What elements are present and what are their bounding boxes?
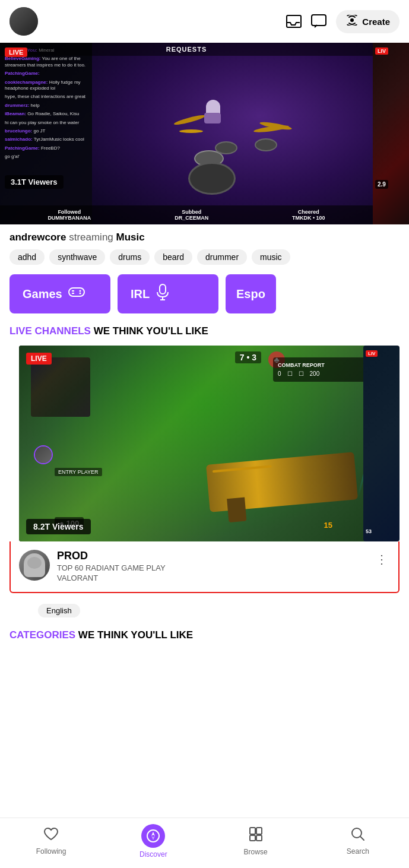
valorant-gun: [208, 458, 356, 506]
header-left: [9, 7, 38, 36]
create-label: Create: [362, 17, 390, 27]
section-title-highlight: LIVE CHANNELS: [9, 325, 91, 337]
stream-footer-bar: Followed DUMMYBANANA Subbed DR_CEEMAN Ch…: [0, 205, 373, 224]
valorant-score: 7 • 3: [235, 351, 261, 363]
section-title: LIVE CHANNELS WE THINK YOU'LL LIKE: [9, 325, 400, 337]
following-label: Following: [36, 847, 66, 856]
stream-title-text: REQUESTS: [166, 46, 207, 53]
esports-button[interactable]: Espo: [226, 274, 276, 313]
streaming-text: streaming: [66, 232, 116, 243]
categories-title-normal: WE THINK YOU'LL LIKE: [75, 629, 193, 641]
chat-line: brucelungo: go JT: [5, 128, 87, 134]
svg-point-7: [79, 290, 81, 292]
tag-drums[interactable]: drums: [110, 249, 150, 265]
followed-item: Followed DUMMYBANANA: [47, 209, 91, 221]
chat-line: drummerz: help: [5, 103, 87, 109]
svg-marker-14: [151, 836, 155, 840]
side-live-viewers: 53: [366, 528, 372, 534]
categories-title-highlight: CATEGORIES: [9, 629, 75, 641]
stream-category: Music: [116, 232, 145, 243]
inbox-button[interactable]: [286, 15, 302, 28]
channel-card-info: PROD TOP 60 RADIANT GAME PLAY VALORANT ⋮: [9, 541, 400, 593]
svg-rect-16: [256, 828, 262, 834]
live-channels-scroll: 7 • 3 ♣ COMBAT REPORT 0 ☐ ☐ 200: [0, 346, 409, 617]
side-viewers-badge: 2.9: [375, 180, 388, 189]
svg-point-2: [350, 18, 354, 22]
browse-icon: [249, 826, 263, 845]
browse-label: Browse: [244, 848, 268, 856]
live-channels-section-header: LIVE CHANNELS WE THINK YOU'LL LIKE: [0, 325, 409, 346]
chat-line: hype, these chat interactions are great: [5, 94, 87, 100]
chat-button[interactable]: [311, 14, 326, 28]
svg-rect-15: [250, 828, 255, 834]
subbed-label: Subbed: [175, 209, 208, 215]
cheered-item: Cheered TMKDK • 100: [292, 209, 325, 221]
categories-title: CATEGORIES WE THINK YOU'LL LIKE: [9, 629, 400, 641]
channel-card-text: PROD TOP 60 RADIANT GAME PLAY VALORANT: [57, 550, 366, 584]
nav-search[interactable]: Search: [337, 827, 379, 856]
tag-drummer[interactable]: drummer: [197, 249, 247, 265]
irl-label: IRL: [131, 287, 150, 301]
chat-line: iBeaman: Go Roadie, Saikou, Kisu: [5, 111, 87, 117]
game-subtitle: VALORANT: [57, 574, 98, 582]
stream-chat-panel: ButIfoundYou: MineralBelieveGaming: You …: [0, 43, 92, 224]
esports-label: Espo: [236, 287, 265, 301]
tag-adhd[interactable]: adhd: [9, 249, 45, 265]
chat-line: PatchingGame:: [5, 71, 87, 77]
tag-music[interactable]: music: [252, 249, 290, 265]
irl-button[interactable]: IRL: [118, 274, 218, 313]
channel-card-name: PROD: [57, 550, 366, 562]
channel-info: andrewcore streaming Music: [0, 224, 409, 243]
streamer-name: andrewcore: [9, 232, 66, 243]
live-signal-icon: [345, 15, 359, 28]
chat-line: PatchingGame: FreeBD?: [5, 145, 87, 151]
live-channel-card[interactable]: 7 • 3 ♣ COMBAT REPORT 0 ☐ ☐ 200: [19, 346, 392, 541]
microphone-icon: [156, 284, 170, 304]
stream-content: [92, 43, 373, 224]
side-live-card[interactable]: LIV 53: [363, 346, 400, 541]
player-icon: [34, 445, 53, 464]
side-live-badge: LIV: [375, 47, 388, 55]
games-button[interactable]: Games: [9, 274, 110, 313]
chat-line: hi can you play smoke on the water: [5, 120, 87, 126]
app-header: Create: [0, 0, 409, 43]
nav-following[interactable]: Following: [30, 827, 72, 856]
chat-line: salmichado: TyrJamMusic looks cool: [5, 137, 87, 142]
search-label: Search: [347, 847, 369, 856]
bottom-nav: Following Discover Browse: [0, 818, 409, 868]
gamepad-icon: [68, 286, 85, 302]
chat-line: go g'al': [5, 154, 87, 160]
svg-point-8: [79, 293, 81, 294]
section-title-normal: WE THINK YOU'LL LIKE: [91, 325, 208, 337]
player-label: ENTRY PLAYER: [55, 468, 102, 476]
side-stream-card[interactable]: LIV 2.9: [373, 43, 409, 224]
svg-rect-9: [160, 284, 166, 294]
viewers-badge-card: 8.2T Viewers: [26, 519, 91, 534]
games-label: Games: [23, 287, 62, 301]
search-icon: [351, 827, 365, 845]
svg-rect-18: [256, 835, 262, 841]
tag-beard[interactable]: beard: [154, 249, 192, 265]
main-stream-card[interactable]: ButIfoundYou: MineralBelieveGaming: You …: [0, 43, 373, 224]
tag-synthwave[interactable]: synthwave: [49, 249, 105, 265]
timer: 15: [324, 521, 332, 530]
categories-section: CATEGORIES WE THINK YOU'LL LIKE: [0, 617, 409, 641]
user-avatar[interactable]: [9, 7, 38, 36]
compass-icon: [147, 829, 160, 842]
more-options-button[interactable]: ⋮: [373, 550, 390, 569]
game-title: TOP 60 RADIANT GAME PLAY: [57, 563, 166, 572]
live-badge-card: LIVE: [26, 353, 52, 365]
channel-language-badge: English: [38, 604, 80, 617]
svg-line-20: [360, 837, 364, 840]
header-icons: Create: [286, 10, 400, 33]
inbox-icon: [286, 15, 302, 28]
cheered-label: Cheered: [292, 209, 325, 215]
create-button[interactable]: Create: [336, 10, 400, 33]
chat-icon: [311, 14, 326, 28]
nav-discover[interactable]: Discover: [132, 824, 174, 859]
nav-browse[interactable]: Browse: [235, 826, 277, 856]
valorant-minimap: [31, 357, 90, 417]
stream-title-overlay: REQUESTS: [0, 43, 373, 56]
svg-rect-17: [250, 835, 255, 841]
heart-icon: [43, 827, 59, 845]
